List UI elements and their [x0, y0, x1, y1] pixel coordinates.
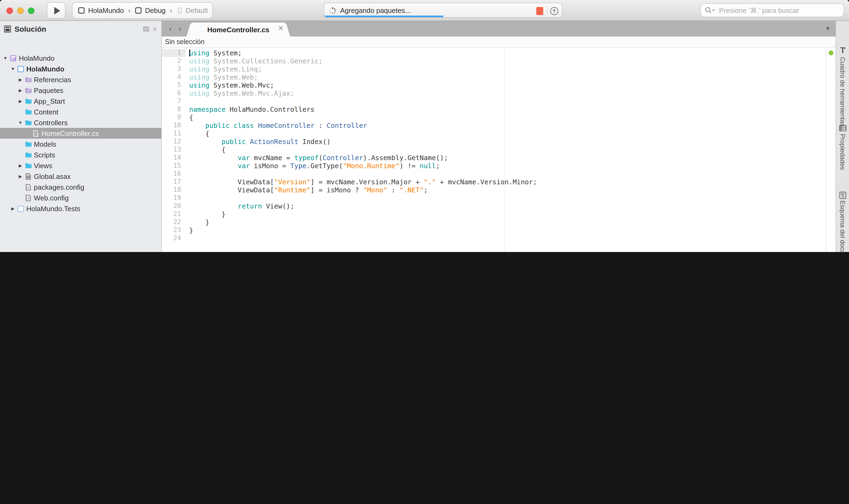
cs-file-icon: {}: [31, 130, 40, 137]
code-token: ).Assembly.GetName();: [363, 154, 448, 162]
navigate-forward-icon[interactable]: ›: [176, 24, 184, 33]
tree-collapsed-arrow-icon[interactable]: ▶: [17, 98, 24, 104]
code-line-4[interactable]: 4using System.Web;: [162, 73, 826, 81]
tree-item-label: Web.config: [34, 194, 69, 202]
code-line-14[interactable]: 14 var mvcName = typeof(Controller).Asse…: [162, 154, 826, 162]
breadcrumb-item-holamundo[interactable]: HolaMundo: [78, 6, 124, 15]
code-line-6[interactable]: 6using System.Web.Mvc.Ajax;: [162, 89, 826, 97]
breadcrumb-item-default[interactable]: Default: [177, 6, 208, 15]
code-line-7[interactable]: 7: [162, 97, 826, 105]
tree-collapsed-arrow-icon[interactable]: ▶: [17, 77, 24, 82]
code-line-2[interactable]: 2using System.Collections.Generic;: [162, 57, 826, 65]
navigate-back-icon[interactable]: ‹: [166, 24, 175, 33]
code-token: + mvcName.Version.Minor;: [436, 178, 537, 186]
tree-expanded-arrow-icon[interactable]: ▼: [17, 120, 24, 125]
tree-item-holamundo-tests[interactable]: ▶HolaMundo.Tests: [0, 203, 161, 214]
tab-homecontroller[interactable]: HomeController.cs ✕: [186, 22, 290, 37]
tab-close-icon[interactable]: ✕: [278, 25, 284, 32]
code-line-24[interactable]: 24: [162, 234, 826, 242]
breadcrumb-item-debug[interactable]: Debug: [135, 6, 166, 15]
code-line-content: var isMono = Type.GetType("Mono.Runtime"…: [185, 162, 440, 170]
tree-item-referencias[interactable]: ▶Referencias: [0, 74, 161, 85]
code-line-21[interactable]: 21 }: [162, 210, 826, 218]
tree-item-global-asax[interactable]: ▶Global.asax: [0, 171, 161, 182]
tree-item-label: HomeController.cs: [41, 129, 99, 137]
code-token: HolaMundo.Controllers: [225, 105, 314, 113]
tree-collapsed-arrow-icon[interactable]: ▶: [10, 206, 16, 211]
line-number: 18: [162, 186, 185, 194]
tree-expanded-arrow-icon[interactable]: ▼: [10, 66, 16, 71]
code-token: "Mono.Runtime": [343, 162, 399, 170]
code-token: {: [189, 129, 209, 138]
code-token: [189, 154, 238, 162]
window-zoom-button[interactable]: [28, 7, 34, 14]
tree-item-packages-config[interactable]: <>packages.config: [0, 182, 161, 192]
code-line-5[interactable]: 5using System.Web.Mvc;: [162, 81, 826, 89]
code-line-22[interactable]: 22 }: [162, 218, 826, 226]
pad-dock-icon[interactable]: [143, 26, 149, 32]
tree-item-app-start[interactable]: ▶App_Start: [0, 96, 161, 106]
code-token: ViewData[: [189, 186, 274, 194]
solution-pad-header: Solución ×: [0, 21, 161, 36]
code-line-18[interactable]: 18 ViewData["Runtime"] = isMono ? "Mono"…: [162, 186, 826, 194]
code-token: "Runtime": [274, 186, 310, 194]
window-close-button[interactable]: [6, 7, 13, 14]
upload-button[interactable]: [550, 6, 559, 15]
code-line-12[interactable]: 12 public ActionResult Index(): [162, 138, 826, 146]
code-line-content: [185, 170, 189, 178]
tree-item-homecontroller-cs[interactable]: {}HomeController.cs: [0, 128, 161, 139]
code-line-8[interactable]: 8namespace HolaMundo.Controllers: [162, 105, 826, 113]
tree-item-web-config[interactable]: <>Web.config: [0, 192, 161, 203]
tree-collapsed-arrow-icon[interactable]: ▶: [17, 163, 24, 168]
search-input[interactable]: [718, 6, 840, 15]
tree-item-content[interactable]: Content: [0, 106, 161, 117]
code-line-content: {: [185, 113, 193, 122]
line-number: 16: [162, 170, 185, 178]
tab-bar: ‹ › HomeController.cs ✕ ▼: [162, 21, 835, 37]
tab-overflow-icon[interactable]: ▼: [825, 26, 830, 31]
code-token: }: [189, 218, 209, 226]
run-configuration-breadcrumb[interactable]: HolaMundo›Debug›Default: [72, 2, 213, 19]
code-token: System.Web;: [209, 73, 258, 81]
code-token: ViewData[: [189, 178, 274, 186]
tab-title: HomeController.cs: [207, 25, 269, 34]
line-number: 15: [162, 162, 185, 170]
editor-column: ‹ › HomeController.cs ✕ ▼ Sin selección …: [162, 21, 835, 252]
tree-collapsed-arrow-icon[interactable]: ▶: [17, 174, 24, 179]
solution-pad-icon: [4, 25, 11, 33]
code-line-13[interactable]: 13 {: [162, 146, 826, 154]
code-line-3[interactable]: 3using System.Linq;: [162, 65, 826, 73]
tree-item-models[interactable]: Models: [0, 139, 161, 149]
tree-expanded-arrow-icon[interactable]: ▼: [2, 56, 8, 60]
code-line-content: [185, 194, 189, 202]
code-token: .GetType(: [307, 162, 343, 170]
tree-item-scripts[interactable]: Scripts: [0, 149, 161, 160]
tree-item-controllers[interactable]: ▼Controllers: [0, 117, 161, 128]
window-minimize-button[interactable]: [17, 7, 24, 14]
editor-scrollbar[interactable]: [826, 48, 835, 252]
tree-collapsed-arrow-icon[interactable]: ▶: [17, 88, 24, 93]
pad-close-icon[interactable]: ×: [152, 25, 157, 33]
stop-button[interactable]: [536, 7, 543, 15]
code-line-15[interactable]: 15 var isMono = Type.GetType("Mono.Runti…: [162, 162, 826, 170]
tree-item-views[interactable]: ▶Views: [0, 160, 161, 171]
code-line-9[interactable]: 9{: [162, 113, 826, 122]
code-line-20[interactable]: 20 return View();: [162, 202, 826, 210]
code-token: System;: [209, 49, 241, 57]
editor-content: 1using System;2using System.Collections.…: [162, 48, 835, 252]
quick-task-status-icon[interactable]: [829, 51, 833, 55]
tree-item-holamundo[interactable]: ▼HolaMundo: [0, 64, 161, 74]
tree-item-holamundo[interactable]: ▼HolaMundo: [0, 53, 161, 64]
run-button[interactable]: [47, 2, 66, 19]
code-line-1[interactable]: 1using System;: [162, 49, 826, 57]
code-line-16[interactable]: 16: [162, 170, 826, 178]
code-line-23[interactable]: 23}: [162, 226, 826, 234]
editor-path-bar[interactable]: Sin selección: [162, 37, 835, 48]
code-line-11[interactable]: 11 {: [162, 129, 826, 138]
code-line-19[interactable]: 19: [162, 194, 826, 202]
tree-item-paquetes[interactable]: ▶Paquetes: [0, 85, 161, 96]
code-line-10[interactable]: 10 public class HomeController : Control…: [162, 122, 826, 129]
code-editor[interactable]: 1using System;2using System.Collections.…: [162, 48, 826, 252]
main-area: Solución × ▼HolaMundo▼HolaMundo▶Referenc…: [0, 21, 849, 252]
code-line-17[interactable]: 17 ViewData["Version"] = mvcName.Version…: [162, 178, 826, 186]
